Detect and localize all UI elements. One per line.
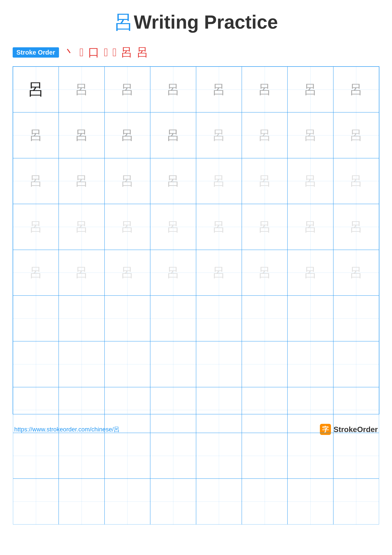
cell-char-r1-c6: 呂 <box>304 129 317 142</box>
grid-cell-r2-c6[interactable]: 呂 <box>287 158 333 204</box>
cell-char-r4-c7: 呂 <box>350 266 363 279</box>
grid-cell-r9-c4[interactable] <box>196 479 242 524</box>
grid-cell-r2-c3[interactable]: 呂 <box>150 158 196 204</box>
grid-cell-r4-c5[interactable]: 呂 <box>242 250 287 296</box>
grid-cell-r3-c7[interactable]: 呂 <box>333 204 379 250</box>
grid-cell-r1-c1[interactable]: 呂 <box>59 112 104 158</box>
grid-cell-r9-c7[interactable] <box>333 479 379 524</box>
grid-cell-r2-c4[interactable]: 呂 <box>196 158 242 204</box>
grid-cell-r4-c7[interactable]: 呂 <box>333 250 379 296</box>
grid-cell-r9-c0[interactable] <box>13 479 59 524</box>
grid-cell-r8-c7[interactable] <box>333 433 379 479</box>
title-text: Writing Practice <box>134 11 278 33</box>
grid-cell-r5-c7[interactable] <box>333 296 379 341</box>
grid-cell-r4-c6[interactable]: 呂 <box>287 250 333 296</box>
cell-char-r1-c0: 呂 <box>29 129 42 142</box>
grid-cell-r5-c6[interactable] <box>287 296 333 341</box>
cell-char-r0-c5: 呂 <box>258 83 271 96</box>
grid-cell-r3-c1[interactable]: 呂 <box>59 204 104 250</box>
grid-cell-r8-c4[interactable] <box>196 433 242 479</box>
grid-cell-r4-c3[interactable]: 呂 <box>150 250 196 296</box>
cell-char-r4-c5: 呂 <box>258 266 271 279</box>
grid-cell-r0-c1[interactable]: 呂 <box>59 67 104 112</box>
grid-cell-r2-c1[interactable]: 呂 <box>59 158 104 204</box>
grid-cell-r1-c2[interactable]: 呂 <box>105 112 150 158</box>
grid-cell-r4-c4[interactable]: 呂 <box>196 250 242 296</box>
grid-cell-r8-c2[interactable] <box>105 433 150 479</box>
grid-cell-r2-c2[interactable]: 呂 <box>105 158 150 204</box>
grid-cell-r0-c0[interactable]: 呂 <box>13 67 59 112</box>
grid-cell-r3-c6[interactable]: 呂 <box>287 204 333 250</box>
grid-cell-r7-c1[interactable] <box>59 387 104 433</box>
grid-cell-r1-c5[interactable]: 呂 <box>242 112 287 158</box>
grid-cell-r6-c5[interactable] <box>242 341 287 387</box>
grid-cell-r5-c0[interactable] <box>13 296 59 341</box>
grid-cell-r3-c0[interactable]: 呂 <box>13 204 59 250</box>
grid-cell-r1-c0[interactable]: 呂 <box>13 112 59 158</box>
grid-cell-r3-c5[interactable]: 呂 <box>242 204 287 250</box>
cell-char-r2-c6: 呂 <box>304 175 317 187</box>
grid-cell-r7-c7[interactable] <box>333 387 379 433</box>
grid-cell-r6-c4[interactable] <box>196 341 242 387</box>
grid-cell-r3-c4[interactable]: 呂 <box>196 204 242 250</box>
grid-cell-r0-c5[interactable]: 呂 <box>242 67 287 112</box>
grid-cell-r5-c4[interactable] <box>196 296 242 341</box>
title-section: 呂 Writing Practice <box>13 9 379 35</box>
grid-cell-r1-c7[interactable]: 呂 <box>333 112 379 158</box>
grid-cell-r5-c3[interactable] <box>150 296 196 341</box>
grid-cell-r6-c6[interactable] <box>287 341 333 387</box>
cell-char-r0-c1: 呂 <box>75 83 88 96</box>
grid-cell-r7-c6[interactable] <box>287 387 333 433</box>
grid-cell-r9-c1[interactable] <box>59 479 104 524</box>
grid-cell-r7-c0[interactable] <box>13 387 59 433</box>
grid-cell-r8-c5[interactable] <box>242 433 287 479</box>
grid-cell-r9-c6[interactable] <box>287 479 333 524</box>
grid-cell-r9-c3[interactable] <box>150 479 196 524</box>
grid-cell-r6-c1[interactable] <box>59 341 104 387</box>
grid-cell-r1-c3[interactable]: 呂 <box>150 112 196 158</box>
title-char: 呂 <box>114 12 133 33</box>
grid-cell-r0-c6[interactable]: 呂 <box>287 67 333 112</box>
cell-char-r2-c3: 呂 <box>167 175 179 187</box>
cell-char-r4-c2: 呂 <box>121 266 134 279</box>
grid-cell-r5-c1[interactable] <box>59 296 104 341</box>
grid-cell-r7-c3[interactable] <box>150 387 196 433</box>
grid-cell-r7-c2[interactable] <box>105 387 150 433</box>
grid-cell-r0-c3[interactable]: 呂 <box>150 67 196 112</box>
grid-cell-r8-c1[interactable] <box>59 433 104 479</box>
grid-cell-r0-c7[interactable]: 呂 <box>333 67 379 112</box>
grid-cell-r4-c2[interactable]: 呂 <box>105 250 150 296</box>
grid-cell-r6-c7[interactable] <box>333 341 379 387</box>
grid-cell-r5-c5[interactable] <box>242 296 287 341</box>
cell-char-r1-c2: 呂 <box>121 129 134 142</box>
cell-char-r3-c4: 呂 <box>213 220 225 233</box>
grid-cell-r8-c0[interactable] <box>13 433 59 479</box>
grid-cell-r9-c5[interactable] <box>242 479 287 524</box>
grid-cell-r6-c3[interactable] <box>150 341 196 387</box>
grid-cell-r7-c4[interactable] <box>196 387 242 433</box>
grid-cell-r4-c0[interactable]: 呂 <box>13 250 59 296</box>
grid-cell-r8-c6[interactable] <box>287 433 333 479</box>
grid-cell-r2-c5[interactable]: 呂 <box>242 158 287 204</box>
grid-cell-r3-c3[interactable]: 呂 <box>150 204 196 250</box>
grid-cell-r2-c7[interactable]: 呂 <box>333 158 379 204</box>
grid-cell-r1-c6[interactable]: 呂 <box>287 112 333 158</box>
cell-char-r1-c1: 呂 <box>75 129 88 142</box>
grid-cell-r9-c2[interactable] <box>105 479 150 524</box>
cell-char-r0-c6: 呂 <box>304 83 317 96</box>
cell-char-r3-c3: 呂 <box>167 220 179 233</box>
grid-cell-r1-c4[interactable]: 呂 <box>196 112 242 158</box>
grid-cell-r2-c0[interactable]: 呂 <box>13 158 59 204</box>
stroke-5: 𠃋 <box>112 46 117 59</box>
grid-cell-r7-c5[interactable] <box>242 387 287 433</box>
grid-cell-r6-c2[interactable] <box>105 341 150 387</box>
grid-cell-r6-c0[interactable] <box>13 341 59 387</box>
grid-cell-r8-c3[interactable] <box>150 433 196 479</box>
grid-cell-r4-c1[interactable]: 呂 <box>59 250 104 296</box>
cell-char-r3-c0: 呂 <box>29 220 42 233</box>
grid-cell-r0-c2[interactable]: 呂 <box>105 67 150 112</box>
grid-cell-r0-c4[interactable]: 呂 <box>196 67 242 112</box>
grid-cell-r3-c2[interactable]: 呂 <box>105 204 150 250</box>
grid-cell-r5-c2[interactable] <box>105 296 150 341</box>
cell-char-r4-c3: 呂 <box>167 266 179 279</box>
